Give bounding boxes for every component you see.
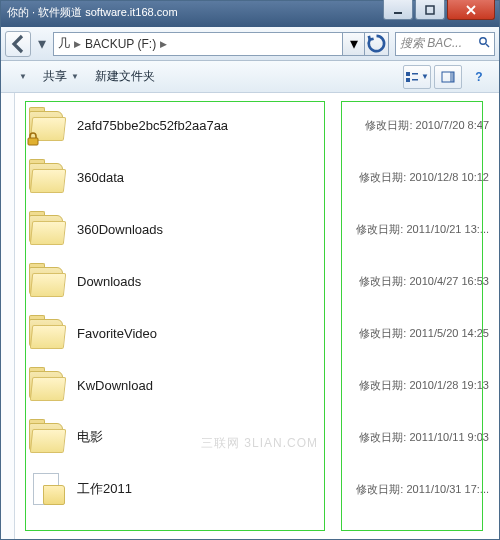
file-date: 修改日期: 2010/12/8 10:12 (359, 170, 489, 185)
file-list[interactable]: 2afd75bbe2bc52fb2aa7aa修改日期: 2010/7/20 8:… (15, 93, 499, 539)
close-button[interactable] (447, 0, 495, 20)
back-button[interactable] (5, 31, 31, 57)
breadcrumb-root[interactable]: 几▶ (58, 35, 85, 52)
content-area: 2afd75bbe2bc52fb2aa7aa修改日期: 2010/7/20 8:… (1, 93, 499, 539)
window-buttons (381, 0, 495, 20)
list-item[interactable]: 360data修改日期: 2010/12/8 10:12 (21, 151, 493, 203)
explorer-window: 你的 · 软件频道 software.it168.com ▾ 几▶ BACKUP… (0, 0, 500, 540)
file-folder-icon (27, 469, 67, 509)
preview-pane-button[interactable] (434, 65, 462, 89)
svg-rect-8 (450, 72, 454, 82)
folder-icon (27, 209, 67, 249)
address-dropdown[interactable]: ▾ (343, 32, 365, 56)
folder-icon (27, 365, 67, 405)
file-date: 修改日期: 2010/1/28 19:13 (359, 378, 489, 393)
list-item[interactable]: 电影修改日期: 2011/10/11 9:03 (21, 411, 493, 463)
organize-menu[interactable]: ▼ (7, 68, 35, 85)
list-item[interactable]: 360Downloads修改日期: 2011/10/21 13:... (21, 203, 493, 255)
file-name: FavoriteVideo (77, 326, 157, 341)
file-name: 360data (77, 170, 124, 185)
file-date: 修改日期: 2011/10/21 13:... (356, 222, 489, 237)
svg-rect-0 (394, 12, 402, 14)
folder-icon (27, 417, 67, 457)
svg-point-2 (480, 38, 486, 44)
titlebar[interactable]: 你的 · 软件频道 software.it168.com (1, 1, 499, 27)
title-overlay: 你的 · 软件频道 software.it168.com (7, 5, 178, 20)
folder-icon (27, 157, 67, 197)
folder-icon (27, 313, 67, 353)
new-folder-button[interactable]: 新建文件夹 (87, 64, 163, 89)
file-name: KwDownload (77, 378, 153, 393)
folder-icon (27, 105, 67, 145)
file-name: 2afd75bbe2bc52fb2aa7aa (77, 118, 228, 133)
toolbar: ▼ 共享▼ 新建文件夹 ▼ ? (1, 61, 499, 93)
svg-rect-4 (406, 78, 410, 82)
list-item[interactable]: Downloads修改日期: 2010/4/27 16:53 (21, 255, 493, 307)
svg-rect-5 (412, 73, 418, 75)
list-item[interactable]: FavoriteVideo修改日期: 2011/5/20 14:25 (21, 307, 493, 359)
chevron-right-icon: ▶ (74, 39, 81, 49)
file-date: 修改日期: 2010/7/20 8:47 (365, 118, 489, 133)
lock-icon (25, 131, 41, 147)
share-menu[interactable]: 共享▼ (35, 64, 87, 89)
view-mode-button[interactable]: ▼ (403, 65, 431, 89)
file-name: 工作2011 (77, 480, 132, 498)
maximize-button[interactable] (415, 0, 445, 20)
search-input[interactable]: 搜索 BAC... (395, 32, 495, 56)
file-date: 修改日期: 2011/10/11 9:03 (359, 430, 489, 445)
address-bar[interactable]: 几▶ BACKUP (F:)▶ (53, 32, 343, 56)
refresh-button[interactable] (365, 32, 389, 56)
nav-bar: ▾ 几▶ BACKUP (F:)▶ ▾ 搜索 BAC... (1, 27, 499, 61)
file-date: 修改日期: 2011/10/31 17:... (356, 482, 489, 497)
chevron-right-icon: ▶ (160, 39, 167, 49)
svg-rect-1 (426, 6, 434, 14)
list-item[interactable]: KwDownload修改日期: 2010/1/28 19:13 (21, 359, 493, 411)
folder-icon (27, 261, 67, 301)
svg-rect-3 (406, 72, 410, 76)
history-dropdown[interactable]: ▾ (34, 31, 50, 57)
search-placeholder: 搜索 BAC... (400, 35, 462, 52)
search-icon (478, 36, 490, 51)
list-item[interactable]: 工作2011修改日期: 2011/10/31 17:... (21, 463, 493, 515)
svg-rect-9 (28, 138, 38, 145)
svg-rect-6 (412, 79, 418, 81)
file-name: 电影 (77, 428, 103, 446)
file-date: 修改日期: 2011/5/20 14:25 (359, 326, 489, 341)
help-button[interactable]: ? (465, 65, 493, 89)
file-name: Downloads (77, 274, 141, 289)
breadcrumb-drive[interactable]: BACKUP (F:)▶ (85, 37, 171, 51)
sidebar-edge[interactable] (1, 93, 15, 539)
list-item[interactable]: 2afd75bbe2bc52fb2aa7aa修改日期: 2010/7/20 8:… (21, 99, 493, 151)
minimize-button[interactable] (383, 0, 413, 20)
file-name: 360Downloads (77, 222, 163, 237)
file-date: 修改日期: 2010/4/27 16:53 (359, 274, 489, 289)
